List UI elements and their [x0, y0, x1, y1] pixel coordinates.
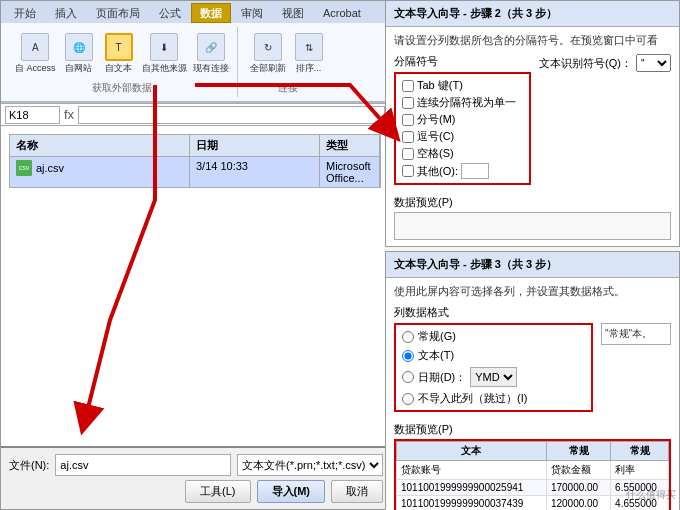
btn-access-label: 自 Access	[15, 62, 56, 75]
space-label: 空格(S)	[417, 146, 454, 161]
preview-header-row: 文本 常规 常规	[397, 442, 669, 461]
preview-col-2: 常规	[546, 442, 610, 461]
tab-acrobat[interactable]: Acrobat	[314, 3, 370, 23]
skip-radio[interactable]	[402, 393, 414, 405]
wizard-step3-body: 使用此屏内容可选择各列，并设置其数据格式。 列数据格式 常规(G) 文本(T)	[386, 278, 679, 510]
separators-group: Tab 键(T) 连续分隔符视为单一 分号(M) 逗号(C)	[394, 72, 531, 185]
step2-preview-label: 数据预览(P)	[394, 195, 671, 210]
tab-review[interactable]: 审阅	[232, 3, 272, 23]
file-row[interactable]: csv aj.csv 3/14 10:33 Microsoft Office..…	[9, 157, 381, 188]
watermark: 什么值得买	[626, 488, 676, 502]
checkbox-semicolon: 分号(M)	[402, 112, 482, 127]
group-connect-label: 连接	[278, 81, 298, 95]
cell-reference[interactable]	[5, 106, 60, 124]
col-name: 名称	[10, 135, 190, 156]
btn-other-sources-label: 自其他来源	[142, 62, 187, 75]
row2-col2: 120000.00	[546, 496, 610, 511]
wizard-step3-desc: 使用此屏内容可选择各列，并设置其数据格式。	[394, 284, 671, 299]
access-icon: A	[21, 33, 49, 61]
tab-label: Tab 键(T)	[417, 78, 463, 93]
file-grid-header: 名称 日期 类型	[9, 134, 381, 157]
step3-preview-label: 数据预览(P)	[394, 422, 671, 437]
right-panel: 文本导入向导 - 步骤 2（共 3 步） 请设置分列数据所包含的分隔符号。在预览…	[385, 0, 680, 510]
preview-col-labels-row: 贷款账号 贷款金额 利率	[397, 461, 669, 480]
col-format-label: 列数据格式	[394, 305, 593, 320]
checkbox-other: 其他(O):	[402, 163, 489, 179]
btn-text[interactable]: T 自文本	[100, 31, 138, 77]
other-label: 其他(O):	[417, 164, 458, 179]
btn-connections-label: 现有连接	[193, 62, 229, 75]
filename-input[interactable]	[55, 454, 231, 476]
tab-layout[interactable]: 页面布局	[87, 3, 149, 23]
normal-tag-area: "常规"本。	[601, 305, 671, 418]
ribbon: 开始 插入 页面布局 公式 数据 审阅 视图 Acrobat A 自 Acces…	[1, 1, 389, 104]
checkbox-space: 空格(S)	[402, 146, 482, 161]
wizard-step2-body: 请设置分列数据所包含的分隔符号。在预览窗口中可看 分隔符号 Tab 键(T) 连…	[386, 27, 679, 246]
preview-col-1: 文本	[397, 442, 547, 461]
checkbox-tab: Tab 键(T)	[402, 78, 482, 93]
file-name: csv aj.csv	[10, 157, 190, 187]
tab-view[interactable]: 视图	[273, 3, 313, 23]
btn-web-label: 自网站	[65, 62, 92, 75]
row1-col1: 1011001999999900025941	[397, 480, 547, 496]
csv-icon: csv	[16, 160, 32, 176]
col-type: 类型	[320, 135, 380, 156]
col-label-2: 贷款金额	[546, 461, 610, 480]
tab-formula[interactable]: 公式	[150, 3, 190, 23]
tab-insert[interactable]: 插入	[46, 3, 86, 23]
comma-label: 逗号(C)	[417, 129, 454, 144]
sort-icon: ⇅	[295, 33, 323, 61]
other-checkbox[interactable]	[402, 165, 414, 177]
file-icon: csv aj.csv	[16, 160, 64, 176]
web-icon: 🌐	[65, 33, 93, 61]
continuous-label: 连续分隔符视为单一	[417, 95, 516, 110]
normal-radio[interactable]	[402, 331, 414, 343]
btn-refresh-label: 全部刷新	[250, 62, 286, 75]
group-connect: ↻ 全部刷新 ⇅ 排序... 连接	[242, 27, 334, 97]
wizard-step3-panel: 文本导入向导 - 步骤 3（共 3 步） 使用此屏内容可选择各列，并设置其数据格…	[385, 251, 680, 510]
tools-button[interactable]: 工具(L)	[185, 480, 250, 503]
row1-col2: 170000.00	[546, 480, 610, 496]
formula-icon: fx	[64, 107, 74, 122]
external-buttons: A 自 Access 🌐 自网站 T 自文本 ⬇ 自其他来源	[13, 29, 231, 79]
text-id-label: 文本识别符号(Q)：	[539, 56, 632, 71]
text-id-select[interactable]: "	[636, 54, 671, 72]
ribbon-tabs: 开始 插入 页面布局 公式 数据 审阅 视图 Acrobat	[1, 1, 389, 23]
text-id-row: 文本识别符号(Q)： "	[539, 54, 671, 72]
col-label-1: 贷款账号	[397, 461, 547, 480]
date-format-select[interactable]: YMD	[470, 367, 517, 387]
tab-start[interactable]: 开始	[5, 3, 45, 23]
comma-checkbox[interactable]	[402, 131, 414, 143]
space-checkbox[interactable]	[402, 148, 414, 160]
tab-data[interactable]: 数据	[191, 3, 231, 23]
btn-refresh[interactable]: ↻ 全部刷新	[248, 31, 288, 77]
filetype-select[interactable]: 文本文件(*.prn;*.txt;*.csv)	[237, 454, 383, 476]
btn-sort-label: 排序...	[296, 62, 322, 75]
import-button[interactable]: 导入(M)	[257, 480, 326, 503]
continuous-checkbox[interactable]	[402, 97, 414, 109]
btn-other-sources[interactable]: ⬇ 自其他来源	[140, 31, 189, 77]
skip-label: 不导入此列（跳过）(I)	[418, 391, 527, 406]
other-input[interactable]	[461, 163, 489, 179]
date-radio[interactable]	[402, 371, 414, 383]
semicolon-label: 分号(M)	[417, 112, 456, 127]
col-format-group: 常规(G) 文本(T) 日期(D)： YMD	[394, 323, 593, 412]
date-label: 日期(D)：	[418, 370, 466, 385]
btn-connections[interactable]: 🔗 现有连接	[191, 31, 231, 77]
checkbox-comma: 逗号(C)	[402, 129, 482, 144]
refresh-icon: ↻	[254, 33, 282, 61]
tab-checkbox[interactable]	[402, 80, 414, 92]
radio-text: 文本(T)	[402, 348, 585, 363]
wizard-step2-panel: 文本导入向导 - 步骤 2（共 3 步） 请设置分列数据所包含的分隔符号。在预览…	[385, 0, 680, 247]
semicolon-checkbox[interactable]	[402, 114, 414, 126]
cancel-button[interactable]: 取消	[331, 480, 383, 503]
group-external-data: A 自 Access 🌐 自网站 T 自文本 ⬇ 自其他来源	[7, 27, 238, 97]
formula-bar: fx	[1, 104, 389, 126]
btn-sort[interactable]: ⇅ 排序...	[290, 31, 328, 77]
text-radio[interactable]	[402, 350, 414, 362]
btn-web[interactable]: 🌐 自网站	[60, 31, 98, 77]
btn-access[interactable]: A 自 Access	[13, 31, 58, 77]
formula-input[interactable]	[78, 106, 385, 124]
filename-row: 文件(N): 文本文件(*.prn;*.txt;*.csv)	[9, 454, 383, 476]
right-side-options: 文本识别符号(Q)： "	[539, 54, 671, 191]
